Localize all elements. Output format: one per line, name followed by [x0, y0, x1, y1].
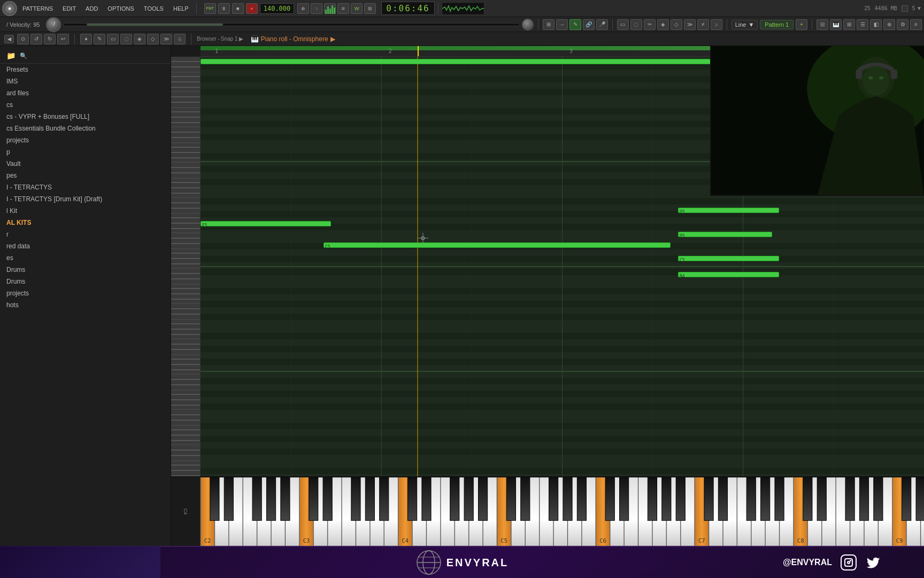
deform-icon[interactable]: ◇	[671, 19, 682, 30]
link-icon[interactable]: 🔗	[583, 19, 595, 30]
globe-svg	[415, 549, 442, 576]
sidebar-item-ims[interactable]: IMS	[0, 75, 171, 87]
pr-vol-icon[interactable]: ♫	[174, 34, 186, 44]
pr-mute2-icon[interactable]: ◈	[134, 34, 145, 44]
midi-note-upper-right[interactable]: D5	[678, 208, 779, 213]
pattern-add-btn[interactable]: +	[796, 19, 807, 30]
pause-button[interactable]: ⏸	[218, 3, 230, 14]
arrange-icon[interactable]: ⊟	[817, 19, 828, 30]
pr-deform2-icon[interactable]: ◇	[147, 34, 159, 44]
menu-add[interactable]: ADD	[81, 4, 102, 13]
pr-sep	[74, 34, 75, 44]
small-knob[interactable]	[522, 19, 534, 31]
midi-note-c5-long[interactable]: C5	[324, 242, 671, 248]
sidebar-item-vault[interactable]: Vault	[0, 158, 171, 170]
plugin-icon[interactable]: ⊞	[364, 3, 376, 14]
menu-patterns[interactable]: PATTERNS	[18, 4, 57, 13]
c4-bottom-label: C4	[183, 508, 188, 515]
mixer-icon[interactable]: ☰	[857, 19, 868, 30]
sidebar-item-p[interactable]: p	[0, 146, 171, 158]
piano-icon[interactable]: 🎹	[830, 19, 842, 30]
record-button[interactable]: ●	[246, 3, 258, 14]
sidebar-item-kit[interactable]: l Kit	[0, 205, 171, 217]
sidebar-item-al-kits[interactable]: AL KITS	[0, 217, 171, 229]
waveform-icon[interactable]: ≋	[337, 3, 349, 14]
app-logo[interactable]: ●	[2, 1, 17, 16]
sidebar-item-cs-vypr[interactable]: cs - VYPR + Bonuses [FULL]	[0, 111, 171, 123]
effects-icon[interactable]: ≡	[910, 19, 922, 30]
scroll-indicator[interactable]	[63, 23, 519, 26]
menu-tools[interactable]: TOOLS	[140, 4, 168, 13]
channel-icon[interactable]: ⊞	[843, 19, 855, 30]
menu-edit[interactable]: EDIT	[58, 4, 80, 13]
pr-prev-btn[interactable]: ◀	[4, 35, 14, 43]
pr-eraser-icon[interactable]: ◌	[120, 34, 132, 44]
settings-icon[interactable]: ⚙	[897, 19, 908, 30]
pr-undo-icon[interactable]: ↺	[30, 34, 42, 44]
line-dropdown[interactable]: Line ▼	[732, 20, 758, 29]
waveform-display	[442, 2, 484, 15]
sidebar-item-pes[interactable]: pes	[0, 170, 171, 181]
arrow-right-icon[interactable]: →	[556, 19, 568, 30]
stop-button[interactable]: ■	[232, 3, 244, 14]
w-icon[interactable]: W	[351, 3, 363, 14]
pr-select-icon[interactable]: ▭	[107, 34, 119, 44]
branding-logo: ENVYRAL	[415, 549, 509, 576]
sidebar-item-cs-essentials[interactable]: cs Essentials Bundle Collection	[0, 123, 171, 134]
separator-2	[438, 3, 438, 14]
playhead-cursor[interactable]	[418, 233, 428, 244]
pr-stamp-icon[interactable]: ♦	[80, 34, 92, 44]
plugin2-icon[interactable]: ⊕	[883, 19, 895, 30]
mic-icon[interactable]: 🎤	[596, 19, 608, 30]
midi-note-b4-right[interactable]: C5	[678, 256, 779, 261]
sidebar-item-cs[interactable]: cs	[0, 99, 171, 111]
midi-note-b4-2[interactable]: B4	[678, 272, 779, 277]
strum-icon[interactable]: ≫	[684, 19, 696, 30]
ruler-mark-2: 2	[389, 48, 392, 54]
menu-options[interactable]: OPTIONS	[103, 4, 138, 13]
sidebar-item-tetractys1[interactable]: I - TETRACTYS	[0, 181, 171, 193]
roll-piano-keys: C6 C5 C4	[171, 57, 201, 476]
pr-strum2-icon[interactable]: ≫	[160, 34, 172, 44]
sidebar-item-tetractys2[interactable]: I - TETRACTYS [Drum Kit] (Draft)	[0, 193, 171, 205]
sidebar-item-projects[interactable]: projects	[0, 134, 171, 146]
piano-keys-container[interactable]	[201, 477, 924, 546]
pr-redo-icon[interactable]: ↻	[44, 34, 56, 44]
sidebar-item-red-data[interactable]: red data	[0, 240, 171, 252]
svg-point-33	[879, 77, 883, 80]
cursor-icon[interactable]: ↑	[311, 3, 322, 14]
pr-pencil-icon[interactable]: ✎	[94, 34, 105, 44]
selection-icon[interactable]: ▭	[617, 19, 629, 30]
bars-icon[interactable]	[324, 3, 336, 14]
mute-icon[interactable]: ◈	[657, 19, 669, 30]
grid-icon[interactable]: ⊞	[543, 19, 555, 30]
minimize-btn[interactable]	[902, 5, 908, 12]
volume-tool-icon[interactable]: ♪	[711, 19, 722, 30]
sidebar-item-es[interactable]: es	[0, 252, 171, 264]
chop-icon[interactable]: ≠	[697, 19, 709, 30]
browser-icon[interactable]: ◧	[870, 19, 882, 30]
sidebar-item-hots[interactable]: hots	[0, 299, 171, 311]
pat-button[interactable]: PAT	[204, 3, 216, 14]
note-label-b4: C5	[679, 257, 686, 263]
sidebar-item-presets[interactable]: Presets	[0, 64, 171, 75]
menu-help[interactable]: HELP	[169, 4, 193, 13]
pencil-icon[interactable]: ✎	[569, 19, 581, 30]
sidebar-item-r[interactable]: r	[0, 229, 171, 240]
midi-note-e5-1[interactable]: E5	[201, 221, 331, 226]
sidebar-item-projects2[interactable]: projects	[0, 287, 171, 299]
svg-point-32	[868, 77, 873, 80]
sidebar-item-drums2[interactable]: Drums	[0, 276, 171, 287]
pr-undo2-icon[interactable]: ↩	[57, 34, 69, 44]
file-browser-sidebar: 📁 🔍 Presets IMS ard files cs cs - VYPR +…	[0, 46, 171, 546]
browser-search-icon[interactable]: 🔍	[20, 52, 27, 59]
sidebar-item-drums1[interactable]: Drums	[0, 264, 171, 276]
bpm-display[interactable]: 140.000	[260, 3, 295, 14]
eraser-icon[interactable]: ◌	[630, 19, 642, 30]
cut-icon[interactable]: ✂	[644, 19, 656, 30]
snap-icon[interactable]: ⊕	[297, 3, 309, 14]
midi-note-d5[interactable]: D5	[678, 232, 772, 237]
volume-knob[interactable]	[46, 17, 61, 32]
sidebar-item-ard-files[interactable]: ard files	[0, 87, 171, 99]
pr-snap-icon[interactable]: ⊙	[17, 34, 29, 44]
